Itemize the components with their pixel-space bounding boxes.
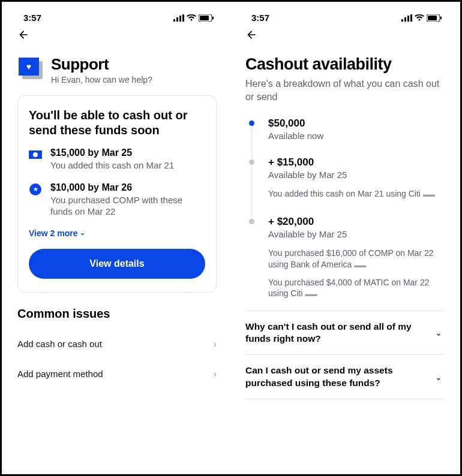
status-icons: [401, 14, 442, 22]
fund-item: ★ $10,000 by Mar 26 You purchased COMP w…: [29, 182, 205, 218]
page-subtitle: Hi Evan, how can we help?: [51, 75, 152, 85]
svg-rect-9: [407, 16, 409, 22]
svg-rect-12: [428, 16, 437, 20]
svg-rect-10: [410, 14, 412, 22]
timeline-sub: Available by Mar 25: [268, 229, 445, 239]
chevron-down-icon: ⌄: [435, 328, 442, 338]
common-issues-title: Common issues: [17, 307, 217, 321]
timeline-item: + $15,000 Available by Mar 25 You added …: [249, 156, 445, 216]
card-title: You'll be able to cash out or send these…: [29, 108, 205, 138]
svg-rect-6: [212, 16, 214, 19]
issue-label: Add cash or cash out: [17, 339, 102, 349]
svg-rect-7: [401, 19, 403, 22]
view-details-button[interactable]: View details: [29, 249, 205, 279]
screen-cashout: 3:57 Cashout availability Here's a break…: [235, 7, 455, 469]
signal-icon: [401, 14, 412, 22]
arrow-left-icon: [17, 29, 29, 41]
faq-section: Why can't I cash out or send all of my f…: [235, 311, 455, 399]
wifi-icon: [187, 14, 196, 22]
faq-item[interactable]: Why can't I cash out or send all of my f…: [245, 311, 445, 354]
redacted-text: [305, 288, 316, 299]
svg-rect-3: [182, 14, 184, 22]
chevron-right-icon: ›: [214, 339, 217, 350]
cashout-title: Cashout availability: [245, 55, 445, 74]
timeline-note: You purchased $4,000 of MATIC on Mar 22 …: [268, 277, 445, 300]
svg-rect-0: [173, 19, 175, 22]
timeline-amount: + $20,000: [268, 216, 445, 228]
heart-icon: ♥: [26, 62, 31, 71]
timeline-sub: Available by Mar 25: [268, 170, 445, 180]
timeline-dot: [249, 159, 254, 165]
status-time: 3:57: [23, 13, 41, 23]
cashout-subtitle: Here's a breakdown of what you can cash …: [245, 77, 445, 103]
issue-item-cash[interactable]: Add cash or cash out ›: [17, 329, 217, 359]
signal-icon: [173, 14, 184, 22]
issue-item-payment[interactable]: Add payment method ›: [17, 359, 217, 389]
timeline-sub: Available now: [268, 131, 445, 141]
view-more-label: View 2 more: [29, 228, 77, 238]
chevron-down-icon: ⌄: [80, 229, 85, 237]
arrow-left-icon: [245, 29, 257, 41]
battery-icon: [427, 14, 442, 22]
timeline-item: $50,000 Available now: [249, 118, 445, 156]
faq-question: Why can't I cash out or send all of my f…: [245, 321, 428, 345]
timeline-note: You added this cash on Mar 21 using Citi: [268, 188, 445, 200]
fund-amount: $15,000 by Mar 25: [50, 147, 205, 158]
status-bar: 3:57: [7, 7, 227, 25]
fund-item: $15,000 by Mar 25 You added this cash on…: [29, 147, 205, 171]
svg-rect-2: [179, 16, 181, 22]
status-icons: [173, 14, 214, 22]
redacted-text: [354, 259, 365, 270]
svg-rect-13: [440, 16, 442, 19]
view-more-link[interactable]: View 2 more ⌄: [29, 228, 205, 238]
star-icon: ★: [29, 183, 42, 196]
screen-support: 3:57 ♥ Support Hi Evan, how can we help?: [7, 7, 227, 469]
timeline-amount: + $15,000: [268, 156, 445, 168]
faq-question: Can I cash out or send my assets purchas…: [245, 364, 428, 388]
timeline: $50,000 Available now + $15,000 Availabl…: [245, 118, 445, 311]
back-button[interactable]: [17, 25, 217, 49]
chevron-down-icon: ⌄: [435, 372, 442, 382]
svg-rect-5: [200, 16, 209, 20]
timeline-dot: [249, 219, 254, 224]
battery-icon: [199, 14, 214, 22]
issue-label: Add payment method: [17, 369, 103, 379]
timeline-item: + $20,000 Available by Mar 25 You purcha…: [249, 216, 445, 311]
status-time: 3:57: [251, 13, 269, 23]
timeline-note: You purchased $16,000 of COMP on Mar 22 …: [268, 248, 445, 271]
chevron-right-icon: ›: [214, 369, 217, 379]
app-frame: 3:57 ♥ Support Hi Evan, how can we help?: [0, 0, 462, 476]
timeline-dot-active: [249, 120, 254, 126]
wifi-icon: [415, 14, 424, 22]
support-header: ♥ Support Hi Evan, how can we help?: [19, 55, 217, 85]
cash-icon: [29, 148, 42, 161]
fund-amount: $10,000 by Mar 26: [50, 182, 205, 193]
timeline-amount: $50,000: [268, 118, 445, 129]
faq-item[interactable]: Can I cash out or send my assets purchas…: [245, 354, 445, 399]
page-title: Support: [51, 55, 152, 74]
back-button[interactable]: [245, 25, 445, 49]
redacted-text: [423, 188, 434, 200]
support-chat-icon: ♥: [19, 58, 43, 82]
svg-rect-1: [176, 17, 178, 22]
status-bar: 3:57: [235, 7, 455, 25]
fund-desc: You purchased COMP with these funds on M…: [50, 194, 205, 218]
funds-card: You'll be able to cash out or send these…: [17, 95, 217, 293]
fund-desc: You added this cash on Mar 21: [50, 159, 205, 171]
svg-rect-8: [404, 17, 406, 22]
